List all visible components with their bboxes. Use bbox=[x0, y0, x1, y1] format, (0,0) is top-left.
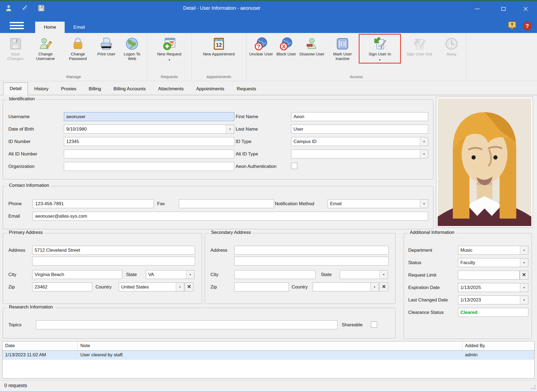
alt-id-type-dropdown-button[interactable] bbox=[420, 150, 428, 158]
primary-country-input[interactable] bbox=[119, 283, 176, 291]
ribbon-group-requests: New Request Requests bbox=[147, 33, 192, 81]
secondary-address-groupbox: Secondary Address Address City State Zip… bbox=[205, 233, 396, 304]
tab-history[interactable]: History bbox=[28, 83, 55, 95]
mark-user-inactive-button[interactable]: Mark User Inactive bbox=[325, 35, 360, 62]
first-name-input[interactable] bbox=[291, 112, 428, 121]
sign-user-in-button[interactable]: Sign User In bbox=[360, 35, 400, 63]
status-input[interactable] bbox=[458, 258, 520, 267]
pin-ribbon-button[interactable] bbox=[508, 21, 516, 31]
username-input[interactable] bbox=[64, 112, 234, 121]
logon-to-web-button[interactable]: Logon To Web bbox=[118, 35, 146, 62]
sign-user-out-button[interactable]: Sign User Out bbox=[400, 35, 439, 57]
topics-input[interactable] bbox=[36, 320, 338, 329]
minimize-button[interactable] bbox=[467, 1, 487, 16]
request-limit-clear-button[interactable] bbox=[520, 271, 528, 280]
phone-input[interactable] bbox=[33, 199, 154, 208]
save-quick-button[interactable] bbox=[36, 4, 46, 14]
new-request-button[interactable]: New Request bbox=[149, 35, 190, 63]
ribbon-tab-email[interactable]: Email bbox=[65, 22, 94, 33]
help-button[interactable] bbox=[523, 22, 532, 30]
primary-country-dropdown-button[interactable] bbox=[176, 283, 184, 291]
primary-address1-input[interactable] bbox=[32, 246, 195, 255]
email-input[interactable] bbox=[33, 212, 428, 221]
refresh-quick-button[interactable] bbox=[20, 4, 30, 14]
expiration-date-dropdown-button[interactable] bbox=[520, 283, 528, 292]
last-changed-date-combo bbox=[458, 295, 528, 304]
tab-appointments[interactable]: Appointments bbox=[190, 83, 230, 95]
secondary-address1-input[interactable] bbox=[234, 246, 388, 255]
last-changed-date-dropdown-button[interactable] bbox=[520, 296, 528, 304]
tab-proxies[interactable]: Proxies bbox=[55, 83, 83, 95]
status-dropdown-button[interactable] bbox=[520, 258, 528, 267]
expiration-date-label: Expiration Date bbox=[408, 285, 440, 290]
new-appointment-button[interactable]: 12 New Appointment bbox=[193, 35, 245, 57]
id-type-combo bbox=[291, 137, 428, 146]
away-button[interactable]: Away bbox=[439, 35, 464, 57]
secondary-city-input[interactable] bbox=[234, 270, 315, 279]
expiration-date-input[interactable] bbox=[458, 283, 520, 292]
department-input[interactable] bbox=[458, 246, 520, 254]
primary-zip-input[interactable] bbox=[32, 283, 92, 291]
change-username-button[interactable]: Change Username bbox=[29, 35, 62, 62]
date-of-birth-dropdown-button[interactable] bbox=[226, 125, 234, 133]
save-changes-button[interactable]: Save Changes bbox=[2, 35, 29, 62]
resize-grip[interactable] bbox=[531, 385, 536, 390]
secondary-country-clear-button[interactable] bbox=[380, 283, 388, 291]
ribbon-tab-home[interactable]: Home bbox=[35, 22, 65, 33]
clearance-status-input[interactable] bbox=[458, 308, 528, 317]
user-quick-button[interactable] bbox=[4, 4, 14, 14]
aeon-authentication-checkbox[interactable] bbox=[291, 163, 297, 169]
primary-address2-input[interactable] bbox=[32, 257, 195, 265]
group-label-manage: Manage bbox=[2, 74, 146, 80]
department-label: Department bbox=[408, 248, 432, 253]
close-button[interactable] bbox=[516, 1, 535, 16]
secondary-zip-input[interactable] bbox=[234, 283, 289, 291]
maximize-button[interactable] bbox=[494, 1, 513, 16]
ribbon-tabs: Home Email bbox=[35, 22, 94, 33]
secondary-country-input[interactable] bbox=[313, 283, 370, 291]
last-changed-date-input[interactable] bbox=[458, 296, 520, 304]
change-password-button[interactable]: Change Password bbox=[62, 35, 94, 62]
date-of-birth-input[interactable] bbox=[64, 125, 226, 133]
window-title: Detail - User Information - aeonuser bbox=[183, 5, 261, 11]
id-number-input[interactable] bbox=[64, 137, 234, 146]
notification-method-dropdown-button[interactable] bbox=[420, 200, 428, 208]
secondary-address2-input[interactable] bbox=[234, 257, 388, 265]
secondary-state-dropdown-button[interactable] bbox=[380, 270, 388, 279]
department-dropdown-button[interactable] bbox=[520, 246, 528, 254]
block-user-button[interactable]: X Block User bbox=[274, 35, 298, 57]
column-header-date[interactable]: Date bbox=[2, 341, 78, 350]
tab-billing[interactable]: Billing bbox=[83, 83, 107, 95]
id-type-dropdown-button[interactable] bbox=[420, 137, 428, 146]
globe-block-icon: X bbox=[279, 36, 293, 52]
tab-detail[interactable]: Detail bbox=[3, 82, 28, 95]
id-type-input[interactable] bbox=[291, 137, 420, 146]
column-header-added-by[interactable]: Added By bbox=[462, 341, 534, 350]
primary-state-input[interactable] bbox=[146, 270, 186, 279]
column-header-note[interactable]: Note bbox=[78, 341, 462, 350]
app-menu-button[interactable] bbox=[10, 22, 24, 31]
notification-method-input[interactable] bbox=[328, 200, 420, 208]
alt-id-number-label: Alt ID Number bbox=[8, 151, 37, 157]
alt-id-type-input[interactable] bbox=[291, 150, 420, 158]
primary-city-input[interactable] bbox=[32, 270, 122, 279]
primary-country-clear-button[interactable] bbox=[185, 283, 193, 291]
last-name-input[interactable] bbox=[291, 125, 428, 134]
print-user-button[interactable]: Print User bbox=[94, 35, 118, 57]
secondary-state-input[interactable] bbox=[340, 270, 380, 279]
tab-requests[interactable]: Requests bbox=[230, 83, 262, 95]
table-row[interactable]: 1/13/2023 11:02 AM User cleared by staff… bbox=[2, 351, 534, 360]
alt-id-type-combo bbox=[291, 150, 428, 158]
secondary-country-dropdown-button[interactable] bbox=[370, 283, 378, 291]
unclear-user-button[interactable]: ? Unclear User bbox=[248, 35, 274, 57]
shareable-checkbox[interactable] bbox=[371, 321, 377, 328]
tab-attachments[interactable]: Attachments bbox=[152, 83, 190, 95]
fax-input[interactable] bbox=[179, 199, 274, 208]
disavow-user-button[interactable]: Disavow User bbox=[298, 35, 325, 57]
organization-input[interactable] bbox=[64, 162, 234, 171]
tab-billing-accounts[interactable]: Billing Accounts bbox=[107, 83, 152, 95]
request-limit-input[interactable] bbox=[458, 271, 520, 280]
alt-id-number-input[interactable] bbox=[64, 150, 234, 158]
primary-state-dropdown-button[interactable] bbox=[186, 270, 194, 279]
user-icon bbox=[5, 4, 13, 13]
